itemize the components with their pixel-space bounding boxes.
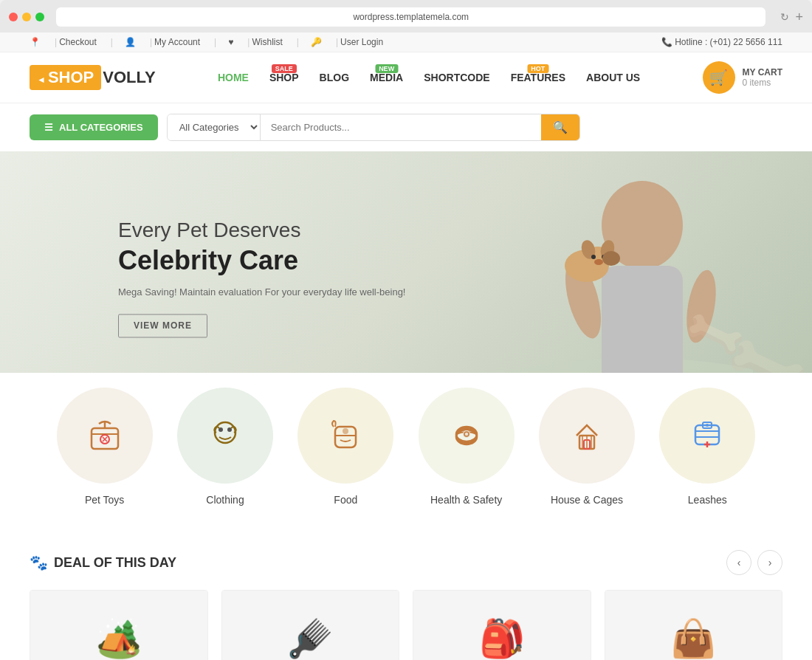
search-button[interactable]: 🔍 [541, 114, 579, 140]
nav-shop[interactable]: SALE SHOP [269, 72, 299, 83]
maximize-dot[interactable] [35, 13, 44, 21]
minimize-dot[interactable] [22, 13, 31, 21]
svg-point-32 [706, 424, 709, 427]
cart-count: 0 items [743, 78, 782, 88]
categories-section: Pet Toys Clothing [0, 373, 812, 535]
category-food[interactable]: Food [297, 388, 393, 506]
health-safety-label: Health & Safety [430, 494, 502, 506]
hero-view-more-button[interactable]: VIEW MORE [118, 314, 207, 337]
url-text: wordpress.templatemela.com [353, 12, 469, 22]
close-dot[interactable] [9, 13, 18, 21]
health-safety-circle [419, 388, 515, 484]
hero-content: Every Pet Deserves Celebrity Care Mega S… [118, 219, 405, 337]
house-cages-label: House & Cages [551, 494, 623, 506]
location-icon: 📍 [30, 37, 57, 47]
product-image-2: 🪮 [222, 591, 399, 660]
product-card-4[interactable]: 👜 [605, 590, 783, 660]
new-badge: NEW [375, 64, 398, 73]
leashes-label: Leashes [688, 494, 727, 506]
key-icon: 🔑 [311, 37, 338, 47]
product-card-3[interactable]: 🎒 [413, 590, 591, 660]
category-house-cages[interactable]: House & Cages [539, 388, 635, 506]
category-clothing[interactable]: Clothing [177, 388, 273, 506]
hot-badge: HOT [527, 64, 548, 73]
pet-toys-label: Pet Toys [85, 494, 124, 506]
logo-volly: VOLLY [103, 68, 155, 87]
cart-label: MY CART [743, 67, 782, 78]
nav-features[interactable]: HOT FEATURES [511, 72, 565, 83]
svg-point-11 [594, 259, 603, 265]
hero-illustration: 🦴 [413, 151, 753, 402]
product-card-2[interactable]: 🪮 [221, 590, 400, 660]
main-nav: HOME SALE SHOP BLOG NEW MEDIA SHORTCODE … [218, 72, 640, 83]
checkout-link[interactable]: 📍 Checkout [30, 37, 113, 47]
main-header: SHOP VOLLY HOME SALE SHOP BLOG NEW MEDIA… [0, 52, 812, 103]
my-account-link[interactable]: 👤 My Account [125, 37, 216, 47]
deal-next-button[interactable]: › [757, 550, 782, 575]
wishlist-link[interactable]: ♥ Wishlist [228, 37, 299, 47]
svg-point-12 [602, 251, 620, 266]
all-categories-button[interactable]: ☰ ALL CATEGORIES [30, 114, 158, 140]
nav-home[interactable]: HOME [218, 72, 249, 83]
phone-icon: 📞 [661, 37, 672, 47]
product-image-1: 🏕️ [30, 591, 207, 660]
health-safety-icon [446, 415, 487, 456]
search-wrapper: All Categories 🔍 [167, 114, 580, 141]
search-input[interactable] [261, 114, 541, 140]
leashes-icon [687, 415, 728, 456]
hero-title: Celebrity Care [118, 245, 405, 276]
logo[interactable]: SHOP VOLLY [30, 65, 156, 90]
deal-section: 🐾 DEAL OF THIS DAY ‹ › 🏕️ 🪮 🎒 👜 [0, 535, 812, 660]
products-row: 🏕️ 🪮 🎒 👜 [30, 590, 782, 660]
house-cages-icon [566, 415, 608, 456]
topbar-hotline: 📞 Hotline : (+01) 22 5656 111 [661, 37, 782, 47]
clothing-label: Clothing [206, 494, 244, 506]
pet-toys-icon [84, 415, 125, 456]
search-icon: 🔍 [553, 121, 568, 134]
product-card-1[interactable]: 🏕️ [30, 590, 208, 660]
deal-title: 🐾 DEAL OF THIS DAY [30, 554, 176, 571]
cart-info: MY CART 0 items [743, 67, 782, 88]
deal-header: 🐾 DEAL OF THIS DAY ‹ › [30, 550, 782, 575]
food-icon [325, 415, 366, 456]
nav-about-us[interactable]: ABOUT US [586, 72, 640, 83]
category-health-safety[interactable]: Health & Safety [419, 388, 515, 506]
category-dropdown[interactable]: All Categories [168, 114, 261, 140]
address-bar[interactable]: wordpress.templatemela.com [56, 7, 765, 27]
menu-icon: ☰ [44, 122, 53, 133]
hotline-label: Hotline : [675, 37, 707, 47]
food-circle [297, 388, 393, 484]
paw-icon: 🐾 [30, 554, 48, 571]
refresh-icon[interactable]: ↻ [780, 11, 789, 23]
heart-icon: ♥ [228, 37, 250, 47]
new-tab-icon[interactable]: + [795, 10, 803, 25]
house-cages-circle [539, 388, 635, 484]
topbar: 📍 Checkout 👤 My Account ♥ Wishlist 🔑 Use… [0, 32, 812, 52]
nav-shortcode[interactable]: SHORTCODE [424, 72, 489, 83]
shopping-cart-icon: 🛒 [709, 69, 728, 86]
category-leashes[interactable]: Leashes [659, 388, 755, 506]
cart-area[interactable]: 🛒 MY CART 0 items [703, 61, 782, 94]
topbar-links: 📍 Checkout 👤 My Account ♥ Wishlist 🔑 Use… [30, 37, 383, 47]
svg-point-9 [591, 255, 596, 259]
nav-media[interactable]: NEW MEDIA [370, 72, 403, 83]
website-content: 📍 Checkout 👤 My Account ♥ Wishlist 🔑 Use… [0, 32, 812, 660]
deal-prev-button[interactable]: ‹ [726, 550, 751, 575]
user-login-link[interactable]: 🔑 User Login [311, 37, 383, 47]
browser-traffic-lights [9, 13, 44, 21]
product-image-4: 👜 [605, 591, 782, 660]
deal-navigation: ‹ › [726, 550, 782, 575]
hero-subtitle: Every Pet Deserves [118, 219, 405, 242]
logo-shop: SHOP [30, 65, 101, 90]
product-image-3: 🎒 [413, 591, 591, 660]
nav-blog[interactable]: BLOG [320, 72, 349, 83]
leashes-circle [659, 388, 755, 484]
category-pet-toys[interactable]: Pet Toys [57, 388, 153, 506]
user-icon: 👤 [125, 37, 152, 47]
browser-window: wordpress.templatemela.com ↻ + [0, 0, 812, 32]
hero-description: Mega Saving! Maintain evaluation For you… [118, 286, 405, 298]
sale-badge: SALE [272, 64, 297, 73]
search-area: ☰ ALL CATEGORIES All Categories 🔍 [0, 103, 812, 151]
svg-point-20 [343, 428, 348, 434]
pet-toys-circle [57, 388, 153, 484]
